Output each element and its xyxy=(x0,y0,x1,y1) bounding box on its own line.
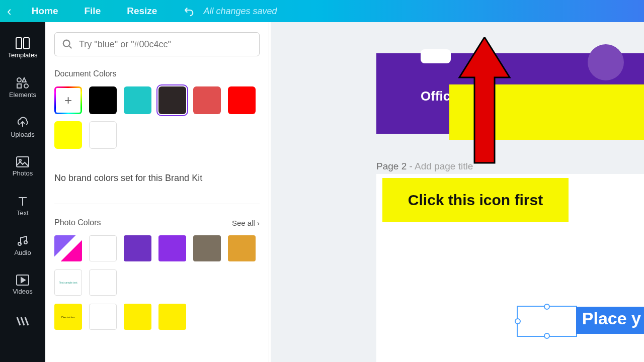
rail-audio[interactable]: Audio xyxy=(0,226,45,265)
doc-colors-heading: Document Colors xyxy=(54,69,260,78)
rail-templates-label: Templates xyxy=(8,51,37,59)
resize-handle[interactable] xyxy=(544,333,550,339)
selected-text-element[interactable]: Place y xyxy=(576,307,644,334)
color-search-input[interactable] xyxy=(79,39,252,50)
search-icon xyxy=(62,39,73,50)
svg-rect-5 xyxy=(17,157,29,167)
color-swatch[interactable] xyxy=(158,235,186,261)
see-all-link[interactable]: See all › xyxy=(232,219,260,227)
svg-point-4 xyxy=(24,84,28,88)
color-swatch[interactable] xyxy=(228,86,256,114)
color-swatch[interactable] xyxy=(89,235,117,261)
rail-more[interactable] xyxy=(0,304,45,335)
save-status: All changes saved xyxy=(203,6,277,17)
color-swatch[interactable] xyxy=(89,121,117,149)
brand-kit-empty-msg: No brand colors set for this Brand Kit xyxy=(54,173,260,184)
color-swatch[interactable] xyxy=(158,304,186,330)
resize-handle[interactable] xyxy=(515,318,521,324)
resize-handle[interactable] xyxy=(544,304,550,310)
annotation-callout: Click this icon first xyxy=(382,178,569,222)
color-swatch[interactable] xyxy=(158,86,186,114)
panel-divider xyxy=(54,204,260,204)
photo-swatch-row-2: Text sample text xyxy=(54,269,260,296)
photo-thumb[interactable]: Text sample text xyxy=(54,269,82,296)
rail-photos[interactable]: Photos xyxy=(0,147,45,186)
canvas-shape[interactable] xyxy=(421,49,451,63)
color-swatch[interactable] xyxy=(124,235,151,261)
color-search[interactable] xyxy=(54,32,260,56)
annotation-highlight-band xyxy=(449,84,644,140)
svg-point-7 xyxy=(18,242,21,245)
svg-rect-0 xyxy=(16,38,22,49)
doc-swatches: + xyxy=(54,86,260,149)
menu-file[interactable]: File xyxy=(71,6,114,17)
undo-icon[interactable] xyxy=(183,6,194,17)
page-indicator: Page 2 - Add page title xyxy=(376,161,473,172)
rail-photos-label: Photos xyxy=(13,169,33,177)
svg-point-8 xyxy=(24,241,27,244)
rail-videos-label: Videos xyxy=(13,288,33,295)
rail-uploads[interactable]: Uploads xyxy=(0,108,45,147)
rail-text[interactable]: Text xyxy=(0,186,45,226)
add-color-swatch[interactable]: + xyxy=(54,86,82,114)
color-swatch[interactable] xyxy=(124,304,151,330)
photo-thumb[interactable]: Place text here xyxy=(54,304,82,330)
top-menu-bar: ‹ Home File Resize All changes saved xyxy=(0,0,644,22)
svg-point-10 xyxy=(63,40,70,47)
back-icon[interactable]: ‹ xyxy=(5,4,19,19)
color-swatch[interactable] xyxy=(228,235,256,261)
color-swatch[interactable] xyxy=(89,304,117,330)
color-panel: Document Colors + No brand colors set fo… xyxy=(45,22,269,362)
photo-colors-heading: Photo Colors xyxy=(54,218,101,227)
photo-swatch-row-3: Place text here xyxy=(54,304,260,330)
color-swatch[interactable] xyxy=(193,235,221,261)
canvas-text-offic[interactable]: Offic xyxy=(421,88,450,104)
text-selection-box[interactable] xyxy=(517,306,577,337)
svg-point-6 xyxy=(19,159,21,161)
menu-home[interactable]: Home xyxy=(19,6,71,17)
page-title-input[interactable]: Add page title xyxy=(415,161,473,171)
svg-point-2 xyxy=(17,78,21,82)
canvas-page-2[interactable]: Click this icon first Place y xyxy=(376,174,644,362)
canvas-area: Offic Page 2 - Add page title Click this… xyxy=(271,22,644,362)
svg-rect-1 xyxy=(24,38,29,49)
color-swatch[interactable] xyxy=(193,86,221,114)
side-rail: Templates Elements Uploads Photos Text A… xyxy=(0,22,45,362)
annotation-text: Click this icon first xyxy=(408,192,543,209)
photo-thumb[interactable] xyxy=(54,235,82,261)
svg-rect-3 xyxy=(17,84,21,88)
color-swatch[interactable] xyxy=(54,121,82,149)
color-swatch[interactable] xyxy=(89,86,117,114)
rail-elements[interactable]: Elements xyxy=(0,68,45,108)
color-swatch[interactable] xyxy=(124,86,151,114)
menu-resize[interactable]: Resize xyxy=(114,6,170,17)
rail-elements-label: Elements xyxy=(9,91,36,99)
page-number: Page 2 xyxy=(376,161,407,171)
photo-swatch-row-1 xyxy=(54,235,260,261)
rail-uploads-label: Uploads xyxy=(11,131,35,138)
rail-text-label: Text xyxy=(17,209,29,217)
rail-videos[interactable]: Videos xyxy=(0,265,45,304)
canvas-shape-circle[interactable] xyxy=(588,44,624,80)
rail-audio-label: Audio xyxy=(14,249,31,256)
color-swatch[interactable] xyxy=(89,269,117,296)
rail-templates[interactable]: Templates xyxy=(0,28,45,68)
